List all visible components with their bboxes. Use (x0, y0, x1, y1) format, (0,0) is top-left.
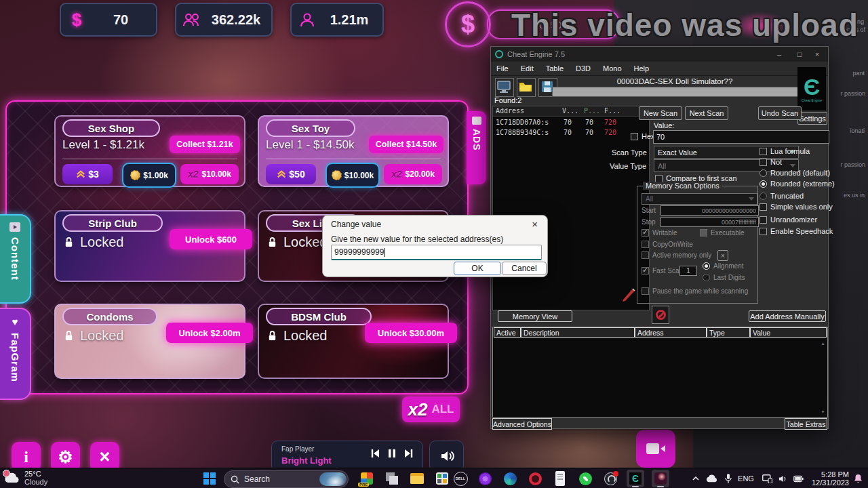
menu-edit[interactable]: Edit (521, 64, 534, 73)
upgrade-button[interactable]: $3 (62, 164, 113, 184)
compare-checkbox[interactable] (655, 175, 663, 182)
lua-formula-option[interactable]: Lua formula (760, 147, 810, 155)
tray-onedrive[interactable] (704, 470, 720, 487)
close-window-button[interactable]: × (812, 49, 823, 60)
menu-d3d[interactable]: D3D (576, 64, 591, 73)
hex-option[interactable]: Hex (631, 132, 655, 140)
taskbar-icon-dell[interactable]: DELL (452, 470, 469, 487)
found-address-list[interactable]: Address V... P... F... 1C718DD07A0:s 70 … (492, 106, 650, 310)
next-track-button[interactable] (403, 448, 414, 459)
undo-scan-button[interactable]: Undo Scan (758, 106, 802, 120)
webcam-button[interactable] (636, 430, 675, 468)
not-option[interactable]: Not (760, 158, 782, 166)
rounded-default-option[interactable]: Rounded (default) (760, 169, 830, 177)
enable-speedhack-option[interactable]: Enable Speedhack (760, 227, 833, 235)
scan-value-input[interactable]: 70 (653, 130, 829, 144)
enable-speedhack-checkbox[interactable] (760, 228, 767, 235)
boost-button[interactable]: $1.00k (122, 163, 176, 188)
settings-button-ce[interactable]: Settings (797, 112, 827, 125)
sidebar-tab-fapgram[interactable]: ♥ FapGram (0, 308, 31, 400)
unlock-button[interactable]: Unlock $600 (170, 229, 252, 249)
multiplier-button[interactable]: x2 $20.00k (384, 164, 442, 184)
tray-notifications[interactable] (850, 470, 865, 487)
unlock-button[interactable]: Unlock $2.00m (166, 323, 253, 343)
taskbar-icon-tor[interactable] (476, 470, 494, 487)
taskbar-icon-game[interactable] (652, 470, 669, 487)
th-active[interactable]: Active (494, 327, 521, 338)
cancel-button[interactable]: Cancel (502, 262, 547, 275)
truncated-radio[interactable] (760, 192, 767, 200)
dialog-close-icon[interactable]: × (532, 218, 538, 230)
unrandomizer-option[interactable]: Unrandomizer (760, 216, 817, 224)
taskbar-icon-edge[interactable] (501, 470, 519, 487)
lua-formula-checkbox[interactable] (760, 148, 767, 155)
previous-track-button[interactable] (370, 448, 380, 459)
taskbar-icon-notepad[interactable] (551, 470, 569, 487)
rounded-extreme-radio[interactable] (760, 180, 767, 188)
maximize-button[interactable]: □ (794, 49, 805, 60)
ce-titlebar[interactable]: Cheat Engine 7.5 – □ × (491, 47, 828, 62)
menu-file[interactable]: File (496, 64, 509, 73)
menu-table[interactable]: Table (546, 64, 564, 73)
rounded-default-radio[interactable] (760, 169, 767, 177)
th-description[interactable]: Description (521, 327, 635, 338)
found-row[interactable]: 1C788B9349C:s 70 70 720 (493, 128, 649, 138)
scroll-down-icon[interactable]: ▼ (821, 409, 825, 414)
taskbar-icon-opera[interactable] (526, 470, 544, 487)
tray-chevron-up[interactable] (689, 470, 703, 487)
taskbar-icon-cheat-engine[interactable]: Є (627, 470, 644, 487)
collect-button[interactable]: Collect $1.21k (170, 136, 240, 153)
pointer-pencil-icon[interactable] (621, 285, 636, 302)
minimize-button[interactable]: – (774, 49, 785, 60)
taskbar-search[interactable]: Search (224, 470, 349, 488)
start-button[interactable] (201, 470, 218, 487)
tray-language[interactable]: ENG (736, 470, 755, 487)
taskbar-icon-obs[interactable] (601, 470, 619, 487)
tray-network[interactable] (760, 470, 774, 487)
taskbar-weather-widget[interactable]: 25°C Cloudy (4, 470, 47, 486)
multiplier-button[interactable]: x2 $10.00k (180, 164, 239, 184)
tray-battery[interactable] (791, 470, 806, 487)
simple-values-checkbox[interactable] (760, 203, 767, 211)
taskbar-icon-store[interactable] (433, 470, 451, 487)
advanced-options-button[interactable]: Advanced Options (492, 418, 552, 430)
pause-button[interactable] (387, 448, 397, 459)
th-type[interactable]: Type (707, 327, 750, 338)
next-scan-button[interactable]: Next Scan (685, 106, 728, 120)
memory-view-button[interactable]: Memory View (498, 310, 572, 322)
scroll-up-icon[interactable]: ▲ (821, 341, 825, 346)
ok-button[interactable]: OK (454, 262, 501, 275)
select-process-button[interactable] (495, 78, 514, 97)
boost-button[interactable]: $10.00k (326, 163, 380, 188)
taskbar-icon-office[interactable]: PRE (358, 470, 376, 487)
x2-all-button[interactable]: x2 ALL (402, 396, 460, 422)
truncated-option[interactable]: Truncated (760, 192, 804, 200)
tray-clock[interactable]: 5:28 PM 12/31/2023 (808, 470, 849, 487)
search-highlight-thumbnail[interactable] (319, 472, 347, 486)
new-value-input[interactable]: 99999999999 (331, 245, 542, 260)
menu-mono[interactable]: Mono (603, 64, 622, 73)
open-table-button[interactable] (517, 78, 536, 97)
taskbar-icon-file-explorer[interactable] (408, 470, 426, 487)
th-address[interactable]: Address (635, 327, 707, 338)
unrandomizer-checkbox[interactable] (760, 216, 767, 224)
th-value[interactable]: Value (750, 327, 827, 338)
sidebar-tab-content[interactable]: Content (0, 214, 31, 304)
tray-volume[interactable] (775, 470, 790, 487)
unlock-button[interactable]: Unlock $30.00m (365, 323, 457, 343)
menu-help[interactable]: Help (634, 64, 650, 73)
table-extras-button[interactable]: Table Extras (785, 418, 827, 430)
taskbar-icon-whatsapp[interactable] (576, 470, 594, 487)
tray-microphone[interactable] (722, 470, 735, 487)
hex-checkbox[interactable] (631, 133, 638, 140)
ads-tab[interactable]: ADS (467, 111, 486, 184)
add-address-manually-button[interactable]: Add Address Manually (749, 310, 826, 322)
found-row[interactable]: 1C718DD07A0:s 70 70 720 (493, 118, 649, 128)
upgrade-button[interactable]: $50 (266, 164, 316, 184)
not-checkbox[interactable] (760, 159, 767, 166)
cheat-table-address-list[interactable]: Active Description Address Type Value ▲ … (492, 327, 828, 418)
new-scan-button[interactable]: New Scan (639, 106, 682, 120)
rounded-extreme-option[interactable]: Rounded (extreme) (760, 180, 835, 188)
taskbar-icon-photos[interactable] (383, 470, 401, 487)
simple-values-option[interactable]: Simple values only (760, 203, 833, 211)
